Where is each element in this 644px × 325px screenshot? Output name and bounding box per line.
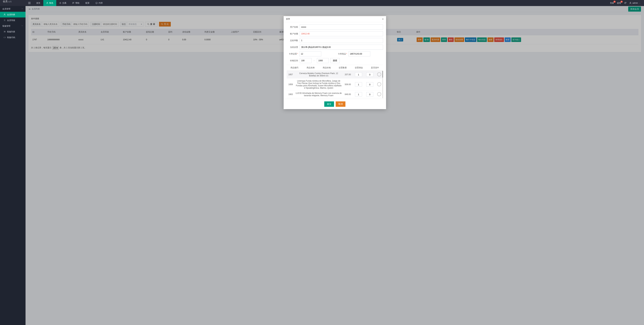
swap-icon — [59, 2, 61, 4]
svg-point-3 — [4, 14, 5, 14]
goods-row: 1863LUCID Almohada de Memory Foam con es… — [287, 91, 383, 98]
modal-balance-input[interactable] — [300, 31, 383, 36]
sidebar-item-service-list[interactable]: 客服列表 — [0, 29, 26, 34]
tab-role[interactable]: 角色 — [43, 0, 56, 6]
goods-row: 1859Linenspa Funda nórdica de Microfibra… — [287, 78, 383, 91]
sidebar-item-member-level[interactable]: 会员等级 — [0, 18, 26, 23]
select-radio[interactable] — [377, 82, 381, 86]
sidebar-item-service-code[interactable]: 客服代码 — [0, 34, 26, 40]
svg-point-5 — [5, 31, 5, 32]
sidebar-item-member-list[interactable]: 会员列表 — [0, 12, 26, 18]
close-icon[interactable]: × — [382, 18, 384, 21]
svg-point-4 — [4, 31, 5, 32]
modal-stuck-input[interactable] — [300, 51, 321, 56]
modal-current-set-input[interactable] — [300, 45, 383, 50]
select-radio[interactable] — [377, 72, 381, 76]
commission-input[interactable] — [366, 92, 373, 96]
rocket-icon — [4, 19, 6, 21]
flag-icon — [72, 2, 74, 4]
user-menu[interactable]: admin ︿ — [630, 2, 641, 4]
sidebar-group-member[interactable]: 会员管理 ﹀ — [0, 6, 26, 12]
menu-toggle-icon[interactable] — [26, 0, 33, 6]
code-icon — [4, 36, 6, 38]
select-radio[interactable] — [377, 92, 381, 96]
modal-overlay: 派单 × 用户名称 账户余额 总抢单数 当前设置 卡单设置* 卡单商品* 价格区… — [26, 6, 644, 325]
scrollbar[interactable] — [382, 71, 383, 98]
modal-title: 派单 — [286, 18, 290, 20]
users-icon — [4, 31, 6, 33]
commission-input[interactable] — [366, 72, 373, 77]
tab-config[interactable]: 配置 — [82, 0, 92, 6]
qty-input[interactable] — [355, 82, 362, 86]
price-high-input[interactable] — [317, 58, 329, 63]
submit-button[interactable]: 提交 — [324, 102, 334, 107]
modal-stuck-goods-input[interactable] — [348, 51, 370, 56]
sidebar: 会员管理 ﹀ 会员列表 会员等级 客服管理 ﹀ 客服列表 客服代码 — [0, 6, 26, 325]
price-low-input[interactable] — [300, 58, 312, 63]
goods-row: 1857Cerveza Modelo Combo Premium Pack, 1… — [287, 71, 383, 78]
chevron-down-icon: ﹀ — [22, 8, 23, 10]
user-icon — [4, 14, 6, 16]
qty-input[interactable] — [355, 72, 362, 77]
tab-help[interactable]: 帮助 — [69, 0, 82, 6]
modal-total-orders-input[interactable] — [300, 38, 383, 43]
dispatch-modal: 派单 × 用户名称 账户余额 总抢单数 当前设置 卡单设置* 卡单商品* 价格区… — [284, 16, 386, 109]
cancel-button[interactable]: 取消 — [336, 102, 346, 107]
chevron-up-icon: ︿ — [639, 2, 641, 4]
tab-trade[interactable]: 交易 — [56, 0, 69, 6]
sidebar-group-service[interactable]: 客服管理 ﹀ — [0, 23, 26, 29]
qty-input[interactable] — [355, 92, 362, 96]
top-right: 充值 0 提现 0 admin ︿ — [610, 0, 644, 6]
chevron-down-icon: ﹀ — [22, 25, 23, 27]
recharge-link[interactable]: 充值 0 — [610, 2, 614, 4]
user-icon — [46, 2, 48, 4]
brand-sub: 会员 — [8, 0, 12, 3]
top-nav: 首页 角色 交易 帮助 配置 代理 — [26, 0, 106, 6]
tab-home[interactable]: 首页 — [33, 0, 43, 6]
recharge-badge: 0 — [614, 1, 616, 3]
commission-input[interactable] — [366, 82, 373, 86]
info-icon — [96, 2, 98, 4]
brand-main: 会员 — [3, 0, 8, 3]
svg-point-0 — [47, 2, 48, 3]
withdraw-badge: 0 — [620, 1, 623, 3]
goods-table: 商品编号商品名称商品价格设置数量设置佣金是否选中 — [287, 65, 383, 71]
tab-agent[interactable]: 代理 — [92, 0, 106, 6]
price-search-button[interactable]: 搜索 — [330, 58, 340, 63]
refresh-icon[interactable] — [624, 2, 626, 4]
modal-user-input[interactable] — [300, 24, 383, 30]
brand: 会员 会员 — [0, 0, 26, 6]
svg-point-2 — [630, 2, 631, 3]
user-icon — [630, 2, 632, 4]
withdraw-link[interactable]: 提现 0 — [617, 2, 621, 4]
